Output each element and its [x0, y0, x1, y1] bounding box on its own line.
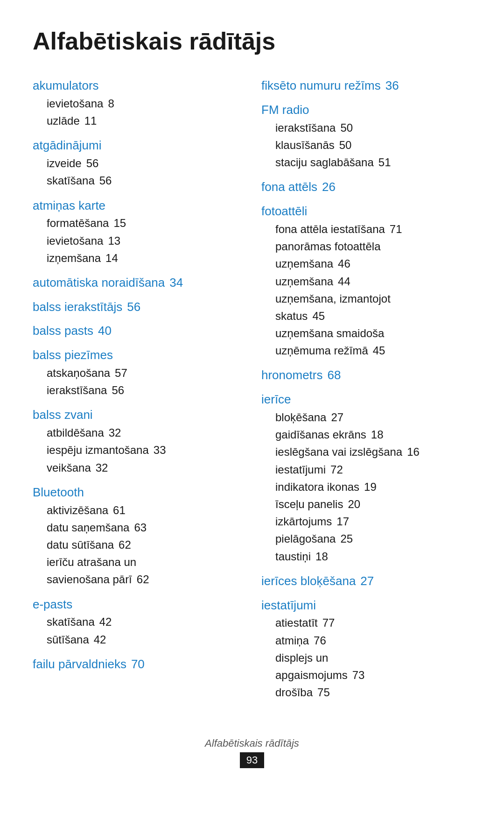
sub-item: ierakstīšana50	[275, 119, 471, 136]
entry-heading: fona attēls26	[261, 179, 471, 195]
sub-item: uzlāde11	[47, 112, 243, 129]
sub-item: ievietošana8	[47, 95, 243, 112]
sub-item: sūtīšana42	[47, 631, 243, 648]
sub-item: displejs un apgaismojums73	[275, 649, 471, 684]
sub-items: skatīšana42sūtīšana42	[47, 613, 243, 648]
sub-item: ieslēgšana vai izslēgšana16	[275, 443, 471, 460]
sub-item: izveide56	[47, 155, 243, 172]
entry-heading: FM radio	[261, 102, 471, 118]
sub-items: aktivizēšana61datu saņemšana63datu sūtīš…	[47, 502, 243, 588]
sub-item: klausīšanās50	[275, 136, 471, 154]
sub-item: iestatījumi72	[275, 461, 471, 478]
sub-item: veikšana32	[47, 459, 243, 476]
entry-heading: balss zvani	[33, 407, 243, 423]
entry-heading: iestatījumi	[261, 598, 471, 614]
sub-item: formatēšana15	[47, 214, 243, 232]
entry-heading: ierīce	[261, 392, 471, 408]
footer-page: 93	[240, 752, 264, 768]
entry-heading: e-pasts	[33, 597, 243, 613]
index-entry: balss zvaniatbildēšana32iespēju izmantoš…	[33, 407, 243, 476]
sub-item: aktivizēšana61	[47, 502, 243, 519]
sub-item: iespēju izmantošana33	[47, 441, 243, 459]
entry-heading: ierīces bloķēšana27	[261, 573, 471, 589]
sub-item: skatīšana42	[47, 613, 243, 630]
page-title: Alfabētiskais rādītājs	[33, 28, 471, 55]
index-entry: automātiska noraidīšana34	[33, 275, 243, 291]
sub-item: gaidīšanas ekrāns18	[275, 426, 471, 443]
sub-item: ievietošana13	[47, 232, 243, 249]
index-entry: fotoattēlifona attēla iestatīšana71panor…	[261, 204, 471, 359]
index-entry: balss ierakstītājs56	[33, 299, 243, 315]
sub-item: izkārtojums17	[275, 513, 471, 530]
right-column: fiksēto numuru režīms36FM radioierakstīš…	[261, 78, 471, 709]
sub-item: izņemšana14	[47, 249, 243, 267]
entry-heading: fiksēto numuru režīms36	[261, 78, 471, 94]
sub-items: ierakstīšana50klausīšanās50staciju sagla…	[275, 119, 471, 171]
index-entry: e-pastsskatīšana42sūtīšana42	[33, 597, 243, 648]
index-entry: atgādinājumiizveide56skatīšana56	[33, 138, 243, 189]
sub-item: ierakstīšana56	[47, 382, 243, 399]
sub-items: formatēšana15ievietošana13izņemšana14	[47, 214, 243, 267]
entry-heading: fotoattēli	[261, 204, 471, 219]
sub-items: atbildēšana32iespēju izmantošana33veikša…	[47, 424, 243, 476]
footer: Alfabētiskais rādītājs 93	[33, 737, 471, 768]
index-entry: ierīces bloķēšana27	[261, 573, 471, 589]
sub-item: atbildēšana32	[47, 424, 243, 441]
sub-item: taustiņi18	[275, 548, 471, 565]
sub-item: panorāmas fotoattēla uzņemšana46	[275, 238, 471, 272]
sub-items: fona attēla iestatīšana71panorāmas fotoa…	[275, 220, 471, 360]
sub-item: skatīšana56	[47, 172, 243, 189]
sub-items: ievietošana8uzlāde11	[47, 95, 243, 129]
entry-heading: balss ierakstītājs56	[33, 299, 243, 315]
entry-heading: failu pārvaldnieks70	[33, 657, 243, 672]
entry-heading: akumulators	[33, 78, 243, 94]
sub-item: staciju saglabāšana51	[275, 154, 471, 171]
sub-item: uzņemšana44	[275, 273, 471, 290]
index-entry: atmiņas karteformatēšana15ievietošana13i…	[33, 198, 243, 267]
index-entry: failu pārvaldnieks70	[33, 657, 243, 672]
left-column: akumulatorsievietošana8uzlāde11atgādināj…	[33, 78, 243, 709]
index-entry: ierīcebloķēšana27gaidīšanas ekrāns18iesl…	[261, 392, 471, 565]
sub-items: izveide56skatīšana56	[47, 155, 243, 189]
sub-item: datu sūtīšana62	[47, 536, 243, 553]
index-entry: Bluetoothaktivizēšana61datu saņemšana63d…	[33, 485, 243, 588]
index-columns: akumulatorsievietošana8uzlāde11atgādināj…	[33, 78, 471, 709]
sub-items: atskaņošana57ierakstīšana56	[47, 364, 243, 399]
entry-heading: Bluetooth	[33, 485, 243, 501]
sub-item: īsceļu panelis20	[275, 495, 471, 513]
sub-items: bloķēšana27gaidīšanas ekrāns18ieslēgšana…	[275, 409, 471, 565]
index-entry: hronometrs68	[261, 368, 471, 383]
entry-heading: atmiņas karte	[33, 198, 243, 214]
index-entry: balss piezīmesatskaņošana57ierakstīšana5…	[33, 347, 243, 399]
sub-item: pielāgošana25	[275, 530, 471, 547]
sub-item: uzņemšana, izmantojot skatus45	[275, 290, 471, 325]
index-entry: fiksēto numuru režīms36	[261, 78, 471, 94]
sub-item: atiestatīt77	[275, 614, 471, 631]
sub-item: atskaņošana57	[47, 364, 243, 382]
index-entry: balss pasts40	[33, 323, 243, 339]
index-entry: iestatījumiatiestatīt77atmiņa76displejs …	[261, 598, 471, 701]
sub-item: indikatora ikonas19	[275, 478, 471, 495]
sub-item: atmiņa76	[275, 632, 471, 649]
entry-heading: balss piezīmes	[33, 347, 243, 363]
entry-heading: hronometrs68	[261, 368, 471, 383]
sub-item: uzņemšana smaidoša uzņēmuma režīmā45	[275, 325, 471, 359]
sub-items: atiestatīt77atmiņa76displejs un apgaismo…	[275, 614, 471, 701]
index-entry: FM radioierakstīšana50klausīšanās50staci…	[261, 102, 471, 171]
sub-item: bloķēšana27	[275, 409, 471, 426]
sub-item: datu saņemšana63	[47, 519, 243, 536]
entry-heading: automātiska noraidīšana34	[33, 275, 243, 291]
sub-item: ierīču atrašana un savienošana pārī62	[47, 553, 243, 588]
entry-heading: atgādinājumi	[33, 138, 243, 154]
entry-heading: balss pasts40	[33, 323, 243, 339]
index-entry: akumulatorsievietošana8uzlāde11	[33, 78, 243, 129]
footer-label: Alfabētiskais rādītājs	[33, 737, 471, 749]
index-entry: fona attēls26	[261, 179, 471, 195]
sub-item: drošība75	[275, 684, 471, 701]
sub-item: fona attēla iestatīšana71	[275, 220, 471, 238]
